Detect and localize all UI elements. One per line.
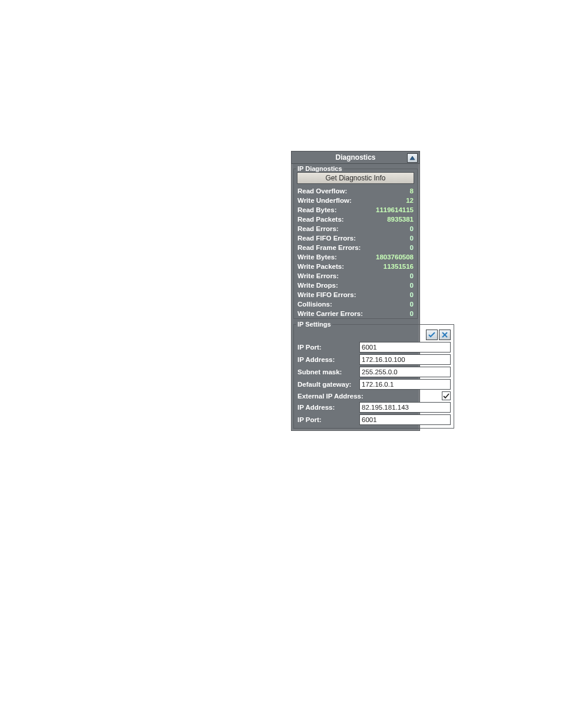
external-ip-checkbox[interactable] [442,391,451,400]
ip-settings-group: IP Settings IP Port: IP Address: S [293,321,454,429]
panel-titlebar: Diagnostics [292,151,419,164]
diag-value: 0 [410,235,414,242]
diag-label: Read Overflow: [297,187,347,195]
diag-label: Read FIFO Errors: [297,235,356,242]
diag-label: Read Bytes: [297,206,336,213]
external-ip-port-label: IP Port: [297,416,359,423]
row-subnet-mask: Subnet mask: [294,366,454,378]
check-icon [428,332,435,338]
diag-row-read-errors: Read Errors: 0 [294,224,417,233]
diag-row-collisions: Collisions: 0 [294,299,417,309]
diag-value: 11351516 [384,263,414,270]
check-icon [443,393,449,399]
diag-label: Read Errors: [297,225,339,232]
diag-value: 0 [410,291,414,298]
diag-value: 8935381 [387,216,414,223]
default-gateway-label: Default gateway: [297,381,359,388]
row-external-ip-port: IP Port: [294,414,454,428]
diag-label: Write Errors: [297,272,339,279]
diag-row-write-packets: Write Packets: 11351516 [294,262,417,271]
diag-label: Write Carrier Errors: [297,310,363,317]
row-external-ip-address: IP Address: [294,401,454,414]
diag-value: 1119614115 [376,206,414,213]
ip-settings-actions [294,328,454,341]
row-ip-port: IP Port: [294,341,454,354]
diag-value: 0 [410,301,414,308]
collapse-button[interactable] [407,153,418,163]
diag-value: 0 [410,225,414,232]
diag-row-read-overflow: Read Overflow: 8 [294,186,417,196]
ip-address-label: IP Address: [297,356,359,363]
diag-label: Collisions: [297,301,332,308]
diag-row-write-underflow: Write Underflow: 12 [294,196,417,205]
ip-port-label: IP Port: [297,344,359,351]
ip-address-input[interactable] [359,354,451,365]
diag-row-write-drops: Write Drops: 0 [294,281,417,290]
close-icon [442,332,448,338]
row-default-gateway: Default gateway: [294,378,454,391]
diag-value: 8 [410,187,414,195]
diag-label: Write Underflow: [297,197,352,204]
diagnostics-panel: Diagnostics IP Diagnostics Get Diagnosti… [291,151,420,431]
subnet-mask-input[interactable] [359,367,451,377]
diag-label: Write Packets: [297,263,344,270]
panel-title: Diagnostics [335,153,375,162]
ip-port-input[interactable] [359,342,451,353]
external-ip-address-input[interactable] [359,402,451,413]
diag-label: Write Bytes: [297,253,337,261]
diag-label: Read Frame Errors: [297,244,361,251]
ip-settings-legend: IP Settings [296,321,332,328]
diag-value: 0 [410,310,414,317]
diag-row-read-packets: Read Packets: 8935381 [294,215,417,224]
apply-button[interactable] [426,330,438,340]
row-external-ip-toggle: External IP Address: [294,391,454,401]
diag-row-read-bytes: Read Bytes: 1119614115 [294,205,417,215]
diag-value: 12 [406,197,414,204]
chevron-up-icon [409,156,415,160]
diag-label: Read Packets: [297,216,344,223]
external-ip-label: External IP Address: [297,393,374,400]
ip-diagnostics-group: IP Diagnostics Get Diagnostic Info Read … [293,165,418,319]
subnet-mask-label: Subnet mask: [297,368,359,375]
diag-row-read-fifo-errors: Read FIFO Errors: 0 [294,233,417,243]
row-ip-address: IP Address: [294,354,454,366]
diag-value: 0 [410,272,414,279]
diag-value: 0 [410,244,414,251]
diag-value: 0 [410,282,414,289]
ip-diagnostics-legend: IP Diagnostics [296,165,343,172]
cancel-button[interactable] [439,330,451,340]
diag-label: Write FIFO Errors: [297,291,356,298]
diag-label: Write Drops: [297,282,338,289]
diag-row-read-frame-errors: Read Frame Errors: 0 [294,243,417,252]
diag-row-write-bytes: Write Bytes: 1803760508 [294,252,417,262]
diag-row-write-errors: Write Errors: 0 [294,271,417,281]
external-ip-address-label: IP Address: [297,404,359,411]
diag-value: 1803760508 [376,253,414,261]
svg-marker-0 [410,156,415,160]
default-gateway-input[interactable] [359,379,451,390]
get-diagnostic-info-button[interactable]: Get Diagnostic Info [297,172,414,184]
diag-row-write-carrier-errors: Write Carrier Errors: 0 [294,309,417,318]
external-ip-port-input[interactable] [359,414,451,425]
diag-row-write-fifo-errors: Write FIFO Errors: 0 [294,290,417,299]
